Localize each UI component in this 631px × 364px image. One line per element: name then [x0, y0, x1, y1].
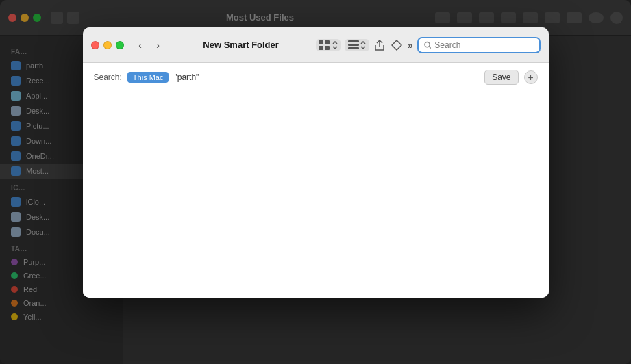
- modal-overlay: ‹ › New Smart Folder: [0, 0, 631, 364]
- traffic-lights: [91, 41, 124, 49]
- search-input[interactable]: [434, 40, 533, 50]
- modal-titlebar: ‹ › New Smart Folder: [83, 27, 549, 63]
- list-view-toggle[interactable]: [345, 39, 369, 51]
- modal-body: Search: This Mac "parth" Save +: [83, 63, 549, 298]
- svg-rect-2: [319, 46, 323, 50]
- list-chevron-icon: [360, 41, 366, 49]
- minimize-button[interactable]: [103, 41, 112, 49]
- svg-rect-4: [348, 40, 359, 42]
- modal-title: New Smart Folder: [172, 40, 310, 50]
- search-box[interactable]: [417, 37, 541, 53]
- toolbar-icons: »: [316, 37, 541, 53]
- view-toggle-group[interactable]: [316, 39, 341, 51]
- share-button[interactable]: [373, 38, 386, 52]
- close-button[interactable]: [91, 41, 99, 49]
- add-criteria-button[interactable]: +: [524, 70, 538, 84]
- svg-marker-7: [392, 40, 401, 50]
- search-query-text: "parth": [174, 73, 199, 82]
- chevron-updown-icon: [332, 41, 338, 49]
- search-location-tag[interactable]: This Mac: [127, 72, 169, 83]
- svg-rect-0: [319, 40, 323, 44]
- modal-content-area: [83, 92, 549, 298]
- list-view-icon: [348, 40, 359, 50]
- svg-rect-6: [348, 47, 359, 49]
- grid-view-icon[interactable]: [319, 40, 331, 50]
- svg-point-8: [424, 42, 429, 47]
- search-icon: [424, 41, 432, 49]
- svg-rect-5: [348, 44, 359, 46]
- nav-forward-button[interactable]: ›: [150, 38, 166, 53]
- new-smart-folder-modal: ‹ › New Smart Folder: [83, 27, 549, 298]
- svg-rect-3: [325, 46, 330, 50]
- svg-line-9: [429, 47, 430, 48]
- maximize-button[interactable]: [116, 41, 124, 49]
- svg-rect-1: [325, 40, 330, 44]
- tag-icon: [391, 40, 402, 51]
- nav-buttons: ‹ ›: [132, 38, 166, 53]
- search-bar: Search: This Mac "parth" Save +: [83, 63, 549, 92]
- tag-button[interactable]: [390, 38, 404, 52]
- nav-back-button[interactable]: ‹: [132, 38, 149, 53]
- more-button[interactable]: »: [408, 40, 413, 51]
- save-button[interactable]: Save: [484, 70, 518, 85]
- search-label: Search:: [94, 73, 122, 82]
- share-icon: [375, 40, 384, 51]
